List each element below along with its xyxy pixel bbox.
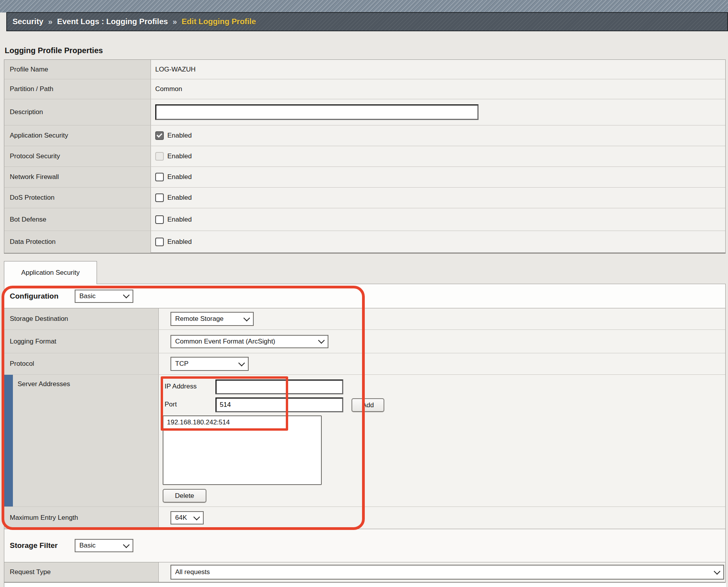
table-row: Logging Format Common Event Format (ArcS…: [4, 330, 725, 353]
application-security-panel: Configuration Basic Storage Destination …: [4, 284, 726, 587]
server-address-entry[interactable]: 192.168.180.242:514: [163, 418, 321, 427]
row-label: Description: [4, 99, 151, 125]
row-value: Enabled: [151, 188, 725, 208]
row-value: Enabled: [151, 208, 725, 231]
row-value: Enabled: [151, 125, 725, 146]
page-header-stripes: [0, 0, 728, 13]
maximum-entry-length-select[interactable]: 64K: [170, 511, 204, 524]
chevron-down-icon: [244, 315, 250, 321]
chevron-down-icon: [238, 360, 245, 366]
table-row: Request Type All requests: [4, 562, 725, 583]
table-row: Application Security Enabled: [4, 125, 725, 146]
breadcrumb-current-page: Edit Logging Profile: [182, 17, 256, 26]
configuration-title: Configuration: [10, 292, 75, 301]
row-label: Maximum Entry Length: [4, 507, 159, 529]
breadcrumb: Security » Event Logs : Logging Profiles…: [6, 12, 728, 31]
partition-path-value: Common: [151, 79, 725, 99]
chevron-down-icon: [123, 292, 130, 299]
checkbox-label: Enabled: [167, 152, 192, 160]
request-type-select[interactable]: All requests: [170, 565, 724, 580]
edit-logging-profile-page: Security » Event Logs : Logging Profiles…: [0, 0, 728, 587]
ip-address-input[interactable]: [215, 379, 343, 394]
table-row: Maximum Entry Length 64K: [4, 507, 725, 529]
row-value: Remote Storage: [159, 308, 725, 329]
bot-defense-checkbox[interactable]: [155, 215, 164, 224]
checkbox-label: Enabled: [167, 216, 192, 224]
table-row: Storage Destination Remote Storage: [4, 308, 725, 330]
table-row: Network Firewall Enabled: [4, 167, 725, 188]
server-address-listbox[interactable]: 192.168.180.242:514: [163, 415, 322, 485]
properties-section-title: Logging Profile Properties: [5, 46, 103, 55]
storage-filter-title: Storage Filter: [10, 541, 75, 550]
row-label: Profile Name: [4, 60, 151, 79]
table-row: Data Protection Enabled: [4, 231, 725, 253]
row-label: Storage Destination: [4, 308, 159, 329]
row-label: Application Security: [4, 125, 151, 146]
protocol-security-checkbox: [155, 152, 164, 161]
chevron-down-icon: [194, 514, 200, 520]
add-button[interactable]: Add: [351, 398, 384, 412]
row-value: All requests: [159, 562, 725, 582]
row-label: Network Firewall: [4, 167, 151, 187]
breadcrumb-separator: »: [172, 17, 177, 26]
delete-button[interactable]: Delete: [163, 489, 206, 503]
configuration-mode-select[interactable]: Basic: [75, 290, 133, 303]
protocol-select[interactable]: TCP: [170, 357, 249, 371]
row-label: Partition / Path: [4, 79, 151, 99]
row-value: Common Event Format (ArcSight): [159, 330, 725, 353]
checkbox-label: Enabled: [167, 132, 192, 140]
checkbox-label: Enabled: [167, 238, 192, 246]
row-value: Enabled: [151, 167, 725, 187]
row-value: [151, 99, 725, 125]
table-row: DoS Protection Enabled: [4, 188, 725, 208]
dos-protection-checkbox[interactable]: [155, 193, 164, 202]
row-value: 64K: [159, 507, 725, 529]
network-firewall-checkbox[interactable]: [155, 173, 164, 181]
row-label: Data Protection: [4, 231, 151, 253]
chevron-down-icon: [714, 568, 721, 574]
chevron-down-icon: [318, 337, 325, 344]
row-label: Request Type: [4, 562, 159, 582]
description-input[interactable]: [155, 104, 479, 120]
row-highlight-marker: [4, 375, 13, 506]
row-label: Bot Defense: [4, 208, 151, 231]
row-label: DoS Protection: [4, 188, 151, 208]
server-addresses-row: Server Addresses IP Address Port Add 192…: [4, 375, 725, 507]
row-label: Protocol: [4, 353, 159, 374]
tab-application-security[interactable]: Application Security: [4, 261, 97, 284]
row-value: TCP: [159, 353, 725, 374]
table-row: Bot Defense Enabled: [4, 208, 725, 231]
page-bottom-strip: [4, 583, 726, 587]
logging-profile-properties-table: Profile Name LOG-WAZUH Partition / Path …: [4, 59, 726, 254]
logging-format-select[interactable]: Common Event Format (ArcSight): [170, 335, 328, 348]
profile-name-value: LOG-WAZUH: [151, 60, 725, 79]
checkbox-label: Enabled: [167, 173, 192, 181]
table-row: Partition / Path Common: [4, 79, 725, 99]
row-label: Protocol Security: [4, 146, 151, 166]
breadcrumb-link-logging-profiles[interactable]: Event Logs : Logging Profiles: [57, 17, 168, 26]
row-label: Logging Format: [4, 330, 159, 353]
row-value: Enabled: [151, 231, 725, 253]
table-row: Protocol TCP: [4, 353, 725, 375]
breadcrumb-separator: »: [48, 17, 52, 26]
storage-filter-header: Storage Filter Basic: [4, 529, 725, 562]
check-icon: [156, 132, 162, 138]
table-row: Description: [4, 99, 725, 125]
breadcrumb-link-security[interactable]: Security: [13, 17, 43, 26]
storage-destination-select[interactable]: Remote Storage: [170, 312, 254, 326]
application-security-checkbox[interactable]: [155, 131, 164, 140]
ip-address-label: IP Address: [165, 383, 197, 390]
table-row: Profile Name LOG-WAZUH: [4, 60, 725, 79]
port-input[interactable]: [215, 397, 343, 412]
storage-filter-mode-select[interactable]: Basic: [75, 539, 133, 552]
table-row: Protocol Security Enabled: [4, 146, 725, 167]
configuration-header: Configuration Basic: [4, 284, 725, 308]
data-protection-checkbox[interactable]: [155, 238, 164, 246]
chevron-down-icon: [123, 541, 130, 548]
server-addresses-controls: IP Address Port Add 192.168.180.242:514 …: [159, 375, 725, 506]
row-label: Server Addresses: [4, 375, 159, 506]
row-value: Enabled: [151, 146, 725, 166]
port-label: Port: [165, 401, 177, 408]
checkbox-label: Enabled: [167, 194, 192, 202]
